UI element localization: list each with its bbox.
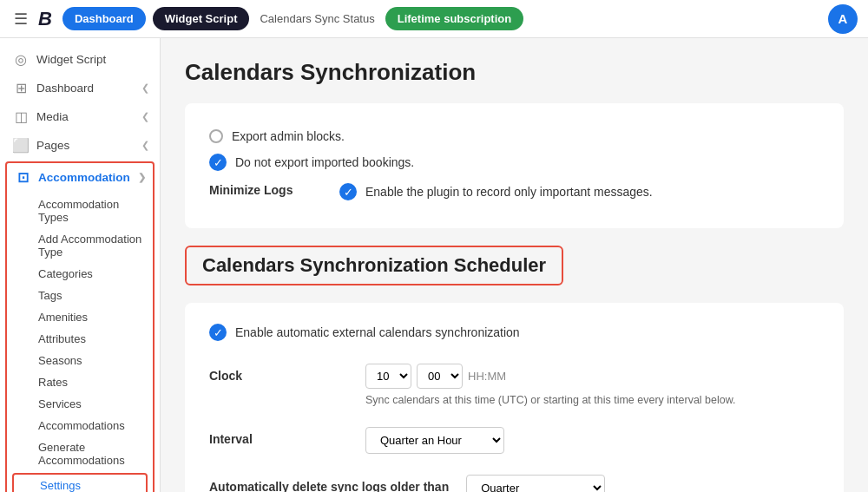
sidebar-sub-accommodation-types[interactable]: Accommodation Types — [7, 194, 153, 228]
sidebar-sub-amenities[interactable]: Amenities — [7, 306, 153, 328]
avatar[interactable]: A — [828, 4, 858, 34]
sidebar-item-pages[interactable]: ⬜ Pages ❮ — [0, 131, 160, 160]
dashboard-button[interactable]: Dashboard — [62, 7, 146, 30]
sidebar-item-accommodation[interactable]: ⊡ Accommodation ❯ — [7, 163, 153, 192]
pages-icon: ⬜ — [12, 137, 30, 154]
sidebar-sub-services[interactable]: Services — [7, 393, 153, 415]
hamburger-icon[interactable]: ☰ — [10, 6, 31, 32]
delete-logs-control: Quarter Month Week Day — [466, 475, 605, 492]
export-admin-label: Export admin blocks. — [232, 129, 345, 143]
widget-script-icon: ◎ — [12, 51, 30, 68]
media-icon: ◫ — [12, 108, 30, 125]
sidebar-sub-settings[interactable]: Settings — [12, 473, 148, 492]
sidebar-sub-accommodations[interactable]: Accommodations — [7, 415, 153, 436]
sidebar-sub-generate[interactable]: Generate Accommodations — [7, 436, 153, 471]
interval-control: Quarter an Hour Half Hour Hour Every 2 H… — [365, 427, 504, 454]
sidebar-item-dashboard[interactable]: ⊞ Dashboard ❮ — [0, 74, 160, 102]
check-enable-sync[interactable]: ✓ — [209, 324, 227, 341]
do-not-export-label: Do not export imported bookings. — [235, 155, 414, 169]
sidebar-sub-tags[interactable]: Tags — [7, 285, 153, 306]
clock-hour-select[interactable]: 10 00010203 04050607 08091112 13141516 1… — [365, 364, 411, 389]
chevron-icon: ❮ — [141, 140, 149, 151]
accommodation-section: ⊡ Accommodation ❯ Accommodation Types Ad… — [5, 161, 155, 492]
dashboard-icon: ⊞ — [12, 80, 30, 96]
sidebar-item-label: Dashboard — [36, 82, 94, 95]
sidebar-item-media[interactable]: ◫ Media ❮ — [0, 102, 160, 131]
sidebar-item-label: Media — [36, 110, 69, 123]
clock-sync-hint: Sync calendars at this time (UTC) or sta… — [365, 394, 736, 406]
interval-row: Interval Quarter an Hour Half Hour Hour … — [209, 417, 819, 464]
delete-logs-field-label: Automatically delete sync logs older tha… — [209, 475, 449, 492]
sidebar-item-label: Pages — [36, 139, 69, 152]
sidebar-sub-seasons[interactable]: Seasons — [7, 350, 153, 371]
page-title: Calendars Synchronization — [185, 59, 844, 86]
do-not-export-row: ✓ Do not export imported bookings. — [209, 148, 819, 176]
delete-logs-select[interactable]: Quarter Month Week Day — [466, 475, 605, 492]
export-admin-row: Export admin blocks. — [209, 124, 819, 148]
topbar: ☰ B Dashboard Widget Script Calendars Sy… — [0, 0, 868, 38]
interval-field-label: Interval — [209, 427, 348, 446]
sidebar-item-label: Widget Script — [36, 53, 106, 66]
chevron-icon: ❮ — [141, 82, 149, 94]
enable-sync-label: Enable automatic external calendars sync… — [235, 325, 520, 339]
sync-options-card: Export admin blocks. ✓ Do not export imp… — [185, 103, 844, 228]
sidebar-sub-attributes[interactable]: Attributes — [7, 328, 153, 350]
sidebar-sub-categories[interactable]: Categories — [7, 263, 153, 285]
check-minimize-logs[interactable]: ✓ — [339, 183, 357, 200]
minimize-logs-field-label: Minimize Logs — [209, 183, 322, 197]
minimize-logs-row: Minimize Logs ✓ Enable the plugin to rec… — [209, 176, 819, 207]
delete-logs-row: Automatically delete sync logs older tha… — [209, 464, 819, 492]
scheduler-card: ✓ Enable automatic external calendars sy… — [185, 303, 844, 492]
sidebar: ◎ Widget Script ⊞ Dashboard ❮ ◫ Media ❮ … — [0, 38, 161, 492]
chevron-icon: ❯ — [138, 172, 146, 183]
enable-sync-row: ✓ Enable automatic external calendars sy… — [209, 324, 819, 353]
sidebar-item-label: Accommodation — [38, 171, 130, 184]
main-content: Calendars Synchronization Export admin b… — [161, 38, 868, 492]
minimize-logs-option-label: Enable the plugin to record only importa… — [365, 185, 653, 199]
scheduler-title-box: Calendars Synchronization Scheduler — [185, 246, 563, 285]
clock-format-hint: HH:MM — [468, 370, 506, 383]
widget-script-button[interactable]: Widget Script — [153, 7, 250, 30]
scheduler-title: Calendars Synchronization Scheduler — [202, 254, 546, 276]
chevron-icon: ❮ — [141, 111, 149, 122]
sidebar-item-widget-script[interactable]: ◎ Widget Script — [0, 45, 160, 74]
subscription-button[interactable]: Lifetime subscription — [385, 7, 523, 30]
sidebar-sub-add-accommodation[interactable]: Add Accommodation Type — [7, 228, 153, 263]
clock-field-label: Clock — [209, 364, 348, 383]
radio-export-admin[interactable] — [209, 129, 223, 143]
clock-row: Clock 10 00010203 04050607 08091112 1314… — [209, 353, 819, 417]
clock-minute-select[interactable]: 00153045 — [417, 364, 463, 389]
app-logo: B — [38, 8, 52, 30]
clock-control: 10 00010203 04050607 08091112 13141516 1… — [365, 364, 736, 406]
sidebar-sub-rates[interactable]: Rates — [7, 371, 153, 393]
check-do-not-export[interactable]: ✓ — [209, 154, 227, 171]
accommodation-sub-list: Accommodation Types Add Accommodation Ty… — [7, 192, 153, 492]
breadcrumb: Calendars Sync Status — [260, 12, 374, 25]
accommodation-icon: ⊡ — [14, 169, 31, 186]
interval-select[interactable]: Quarter an Hour Half Hour Hour Every 2 H… — [365, 427, 504, 454]
